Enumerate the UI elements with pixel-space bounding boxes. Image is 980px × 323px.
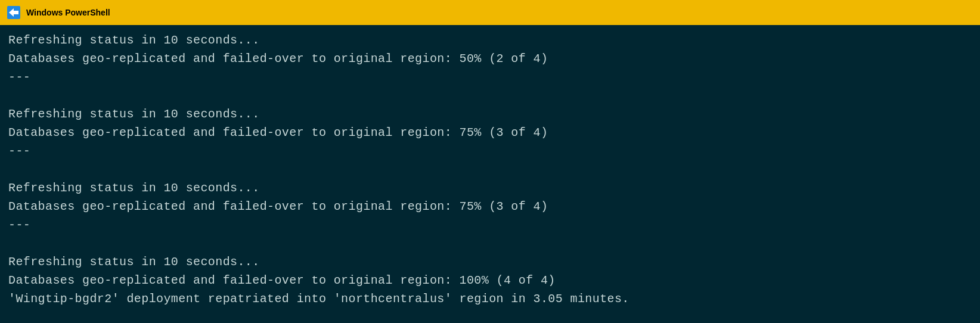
terminal-line (8, 86, 972, 105)
terminal-line: Refreshing status in 10 seconds... (8, 31, 972, 49)
terminal-line: Refreshing status in 10 seconds... (8, 179, 972, 197)
terminal-line: --- (8, 216, 972, 234)
terminal-line: Refreshing status in 10 seconds... (8, 253, 972, 271)
title-bar: Windows PowerShell (0, 0, 980, 25)
terminal-body[interactable]: Refreshing status in 10 seconds...Databa… (0, 25, 980, 323)
terminal-line: Databases geo-replicated and failed-over… (8, 49, 972, 68)
terminal-line (8, 234, 972, 253)
terminal-line (8, 160, 972, 179)
terminal-line: Databases geo-replicated and failed-over… (8, 197, 972, 216)
terminal-line: --- (8, 142, 972, 160)
powershell-window: Windows PowerShell Refreshing status in … (0, 0, 980, 323)
window-title: Windows PowerShell (26, 8, 110, 17)
powershell-icon (7, 6, 20, 19)
terminal-line: 'Wingtip-bgdr2' deployment repatriated i… (8, 290, 972, 308)
terminal-line: Databases geo-replicated and failed-over… (8, 123, 972, 142)
terminal-line: --- (8, 68, 972, 86)
terminal-line: Refreshing status in 10 seconds... (8, 105, 972, 123)
terminal-line: Databases geo-replicated and failed-over… (8, 271, 972, 290)
